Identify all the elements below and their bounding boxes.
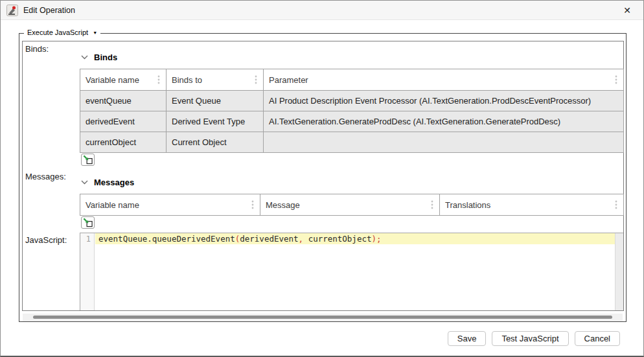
messages-section-title: Messages bbox=[94, 178, 134, 187]
chevron-down-icon bbox=[81, 180, 88, 185]
messages-col-message[interactable]: Message bbox=[260, 194, 440, 216]
column-header-label: Variable name bbox=[86, 75, 139, 85]
code-token: ); bbox=[371, 234, 381, 244]
messages-header-row: Variable name Message Translations bbox=[80, 194, 624, 216]
binds-col-parameter[interactable]: Parameter bbox=[264, 69, 624, 91]
code-token: , bbox=[299, 234, 308, 244]
save-button[interactable]: Save bbox=[448, 331, 487, 346]
messages-col-variable-name[interactable]: Variable name bbox=[80, 194, 260, 216]
table-row: currentObject Current Object bbox=[80, 132, 624, 153]
cell-variable-name[interactable]: derivedEvent bbox=[80, 111, 167, 132]
binds-section-title: Binds bbox=[94, 52, 117, 62]
column-header-label: Parameter bbox=[269, 75, 308, 85]
titlebar: Edit Operation ✕ bbox=[1, 1, 643, 20]
column-header-label: Translations bbox=[445, 200, 490, 210]
cell-binds-to[interactable]: Event Queue bbox=[167, 91, 264, 111]
messages-label: Messages: bbox=[25, 172, 66, 181]
table-row: derivedEvent Derived Event Type AI.TextG… bbox=[80, 111, 624, 132]
edit-operation-dialog: Edit Operation ✕ Execute JavaScript ▼ Bi… bbox=[0, 0, 644, 357]
binds-col-binds-to[interactable]: Binds to bbox=[167, 69, 264, 91]
editor-vertical-scrollbar[interactable] bbox=[615, 233, 623, 310]
binds-table: Variable name Binds to Parameter bbox=[80, 69, 624, 153]
javascript-label: JavaScript: bbox=[25, 235, 67, 245]
binds-section-toggle[interactable]: Binds bbox=[81, 52, 117, 62]
code-area[interactable]: eventQueue.queueDerivedEvent(derivedEven… bbox=[95, 233, 615, 310]
javascript-editor[interactable]: 1 eventQueue.queueDerivedEvent(derivedEv… bbox=[80, 233, 623, 310]
cell-variable-name[interactable]: currentObject bbox=[80, 132, 167, 153]
editor-gutter: 1 bbox=[80, 233, 95, 310]
cell-variable-name[interactable]: eventQueue bbox=[80, 91, 167, 111]
operation-groupbox: Execute JavaScript ▼ Binds: Binds Variab… bbox=[19, 33, 627, 322]
cell-parameter[interactable] bbox=[264, 132, 624, 153]
footer-buttons: Save Test JavaScript Cancel bbox=[448, 331, 620, 346]
column-menu-icon[interactable] bbox=[251, 200, 255, 210]
code-line[interactable]: eventQueue.queueDerivedEvent(derivedEven… bbox=[95, 233, 615, 244]
export-table-icon bbox=[83, 155, 93, 165]
binds-label: Binds: bbox=[25, 44, 49, 54]
app-icon bbox=[6, 5, 18, 16]
code-token: derivedEvent bbox=[240, 234, 298, 244]
column-header-label: Variable name bbox=[86, 200, 139, 210]
cancel-button[interactable]: Cancel bbox=[575, 331, 620, 346]
horizontal-scrollbar[interactable] bbox=[23, 314, 623, 321]
column-menu-icon[interactable] bbox=[254, 75, 258, 85]
line-number: 1 bbox=[86, 235, 91, 244]
operation-type-dropdown[interactable]: Execute JavaScript ▼ bbox=[24, 29, 100, 36]
export-messages-button[interactable] bbox=[81, 216, 95, 229]
cell-binds-to[interactable]: Current Object bbox=[167, 132, 264, 153]
column-menu-icon[interactable] bbox=[614, 75, 618, 85]
window-title: Edit Operation bbox=[23, 6, 75, 15]
code-token: eventQueue.queueDerivedEvent bbox=[98, 234, 235, 244]
cell-binds-to[interactable]: Derived Event Type bbox=[167, 111, 264, 132]
messages-section-toggle[interactable]: Messages bbox=[81, 178, 134, 187]
table-row: eventQueue Event Queue AI Product Descri… bbox=[80, 91, 624, 111]
binds-header-row: Variable name Binds to Parameter bbox=[80, 69, 624, 91]
messages-col-translations[interactable]: Translations bbox=[440, 194, 624, 216]
operation-panel: Binds: Binds Variable name Bi bbox=[22, 41, 624, 311]
test-javascript-button[interactable]: Test JavaScript bbox=[492, 331, 568, 346]
column-header-label: Message bbox=[266, 200, 300, 210]
code-token: currentObject bbox=[308, 234, 372, 244]
cell-parameter[interactable]: AI.TextGeneration.GenerateProdDesc (AI.T… bbox=[264, 111, 624, 132]
chevron-down-icon bbox=[81, 55, 88, 60]
column-menu-icon[interactable] bbox=[614, 200, 618, 210]
column-menu-icon[interactable] bbox=[430, 200, 434, 210]
horizontal-scrollbar-thumb[interactable] bbox=[33, 316, 612, 319]
close-button[interactable]: ✕ bbox=[617, 2, 638, 19]
export-binds-button[interactable] bbox=[81, 154, 95, 166]
messages-table: Variable name Message Translations bbox=[80, 194, 624, 216]
column-menu-icon[interactable] bbox=[157, 75, 161, 85]
dropdown-caret-icon: ▼ bbox=[93, 29, 97, 36]
cell-parameter[interactable]: AI Product Description Event Processor (… bbox=[264, 91, 624, 111]
column-header-label: Binds to bbox=[172, 75, 202, 85]
operation-type-label: Execute JavaScript bbox=[27, 29, 88, 36]
export-table-icon bbox=[83, 218, 93, 227]
binds-col-variable-name[interactable]: Variable name bbox=[80, 69, 167, 91]
